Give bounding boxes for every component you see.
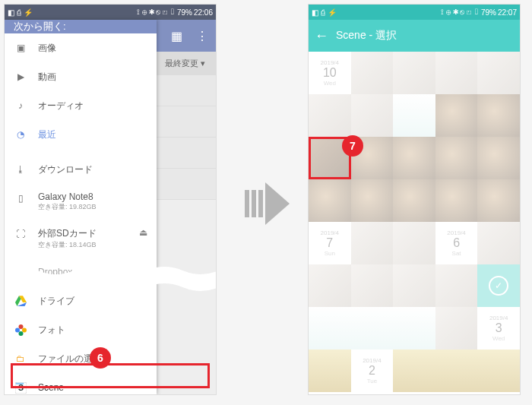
photo-tile[interactable]: [435, 264, 478, 307]
callout-badge-6: 6: [90, 347, 111, 369]
status-icons-left: ◧ ⎙ ⚡: [8, 8, 33, 17]
photo-tile[interactable]: [477, 179, 520, 222]
photo-tile[interactable]: [435, 307, 478, 350]
drawer-item-download[interactable]: ⭳ ダウンロード: [5, 155, 157, 184]
photo-tile[interactable]: [393, 307, 435, 350]
drawer-item-dropbox[interactable]: ⧉ Dropbox: [5, 258, 157, 286]
photo-tile[interactable]: [393, 52, 435, 94]
drawer-item-label: 最近: [38, 128, 56, 141]
date-tile: 2019/4 6 Sat: [435, 222, 478, 264]
more-icon[interactable]: ⋮: [196, 29, 208, 43]
date-year: 2019/4: [447, 229, 465, 236]
folder-icon: 🗀: [14, 352, 27, 365]
status-icons-right: ⟟ ⊕ ✱ ⎋ ⏍ ▯: [137, 8, 176, 17]
drawer-item-label: Galaxy Note8: [38, 191, 97, 202]
photo-tile[interactable]: [351, 264, 394, 307]
photo-tile[interactable]: [309, 350, 351, 392]
drawer-item-audio[interactable]: ♪ オーディオ: [5, 91, 157, 120]
date-tile: 2019/4 10 Wed: [309, 52, 351, 94]
drawer-item-label: Scene: [38, 382, 64, 393]
drawer-item-file-select[interactable]: 🗀 ファイルの選択: [5, 344, 157, 373]
drawer-item-sublabel: 空き容量: 19.82GB: [38, 202, 97, 212]
status-time: 22:07: [498, 8, 517, 17]
svg-point-5: [18, 331, 23, 336]
left-body: ▦ ⋮ 最終変更 ▾ 0609_LINE.jpg 0602_LINE.jpg 0…: [5, 20, 216, 394]
callout-badge-7: 7: [342, 135, 363, 157]
photo-tile[interactable]: [351, 222, 394, 264]
photo-tile[interactable]: [477, 94, 520, 137]
drawer-item-label: ドライブ: [38, 295, 74, 308]
back-icon[interactable]: ←: [315, 28, 328, 44]
photo-tile[interactable]: [435, 179, 478, 222]
drawer-item-photo[interactable]: フォト: [5, 315, 157, 344]
drawer-item-drive[interactable]: ドライブ: [5, 286, 157, 315]
video-icon: ▶: [14, 70, 27, 84]
date-tile: 2019/4 7 Sun: [309, 222, 351, 264]
drawer-item-recent[interactable]: ◔ 最近: [5, 120, 157, 149]
status-bar: ◧ ⎙ ⚡ ⟟ ⊕ ✱ ⎋ ⏍ ▯ 79% 22:06: [5, 5, 216, 20]
photo-tile[interactable]: [393, 94, 435, 137]
photo-tile[interactable]: [477, 52, 520, 94]
photo-tile[interactable]: [351, 52, 394, 94]
svg-point-4: [22, 327, 27, 332]
date-weekday: Sat: [452, 250, 461, 257]
drawer-item-device[interactable]: ▯ Galaxy Note8 空き容量: 19.82GB: [5, 184, 157, 220]
drawer-item-sdcard[interactable]: ⛶ 外部SDカード 空き容量: 18.14GB ⏏: [5, 220, 157, 258]
drawer-item-label: 外部SDカード: [38, 227, 97, 240]
date-year: 2019/4: [321, 59, 339, 66]
drive-icon: [14, 294, 27, 308]
date-day: 3: [496, 321, 502, 335]
photo-tile[interactable]: [477, 137, 520, 179]
svg-rect-9: [15, 382, 24, 384]
photo-tile[interactable]: [435, 94, 478, 137]
svg-point-6: [15, 327, 20, 332]
download-icon: ⭳: [14, 163, 27, 176]
drawer-item-video[interactable]: ▶ 動画: [5, 62, 157, 91]
photo-tile[interactable]: [309, 94, 351, 137]
photo-tile[interactable]: [309, 307, 351, 350]
status-icons-right: ⟟ ⊕ ✱ ⎋ ⏍ ▯: [441, 8, 480, 17]
scene-app-icon: S: [14, 381, 27, 394]
photo-tile[interactable]: [351, 94, 394, 137]
date-tile: 2019/4 2 Tue: [351, 350, 394, 392]
drawer-item-label: 画像: [38, 42, 56, 55]
drawer-title: 次から開く:: [5, 20, 157, 33]
photo-tile[interactable]: [477, 222, 520, 264]
drawer-item-scene[interactable]: S Scene: [5, 373, 157, 395]
photo-tile[interactable]: [393, 179, 435, 222]
dropbox-icon: ⧉: [14, 265, 27, 279]
eject-icon[interactable]: ⏏: [139, 227, 147, 238]
photo-tile[interactable]: [435, 137, 478, 179]
photo-tile[interactable]: [393, 222, 435, 264]
drawer-item-label: ダウンロード: [38, 163, 93, 176]
drawer-item-images[interactable]: ▣ 画像: [5, 33, 157, 62]
date-day: 6: [453, 236, 460, 250]
status-battery: 79%: [481, 8, 496, 17]
date-weekday: Tue: [367, 378, 378, 384]
date-day: 7: [326, 236, 333, 250]
image-icon: ▣: [14, 41, 27, 55]
recent-icon: ◔: [14, 128, 27, 141]
svg-text:S: S: [17, 383, 23, 392]
drawer-item-label: 動画: [38, 71, 56, 84]
photo-tile[interactable]: [393, 137, 435, 179]
drawer-item-label: Dropbox: [38, 267, 72, 277]
date-year: 2019/4: [489, 315, 508, 321]
date-year: 2019/4: [321, 229, 339, 236]
select-confirm-tile[interactable]: [477, 264, 520, 307]
photo-tile[interactable]: [309, 179, 351, 222]
photo-tile[interactable]: [435, 52, 478, 94]
phone-right: ◧ ⎙ ⚡ ⟟ ⊕ ✱ ⎋ ⏍ ▯ 79% 22:07 ← Scene - 選択…: [308, 4, 521, 395]
photo-grid[interactable]: 2019/4 10 Wed: [309, 52, 520, 394]
drawer-item-label: フォト: [38, 324, 65, 337]
photo-tile[interactable]: [393, 350, 435, 392]
photo-tile[interactable]: [351, 179, 394, 222]
photo-tile[interactable]: [477, 350, 520, 392]
photo-tile[interactable]: [435, 350, 478, 392]
grid-view-icon[interactable]: ▦: [171, 29, 182, 43]
photo-tile[interactable]: [309, 264, 351, 307]
header-title: Scene - 選択: [336, 29, 397, 43]
photo-tile[interactable]: [393, 264, 435, 307]
drawer-item-label: オーディオ: [38, 100, 84, 112]
photo-tile[interactable]: [351, 307, 394, 350]
